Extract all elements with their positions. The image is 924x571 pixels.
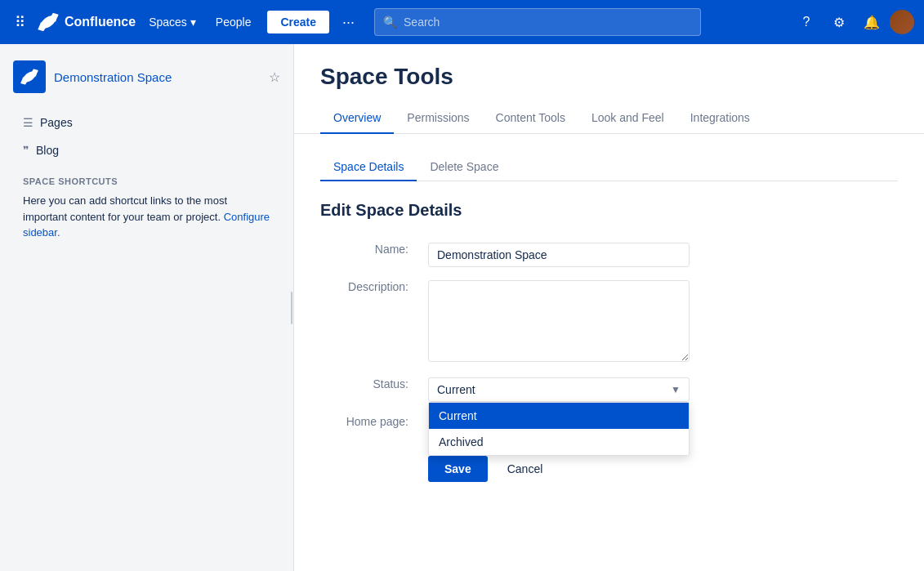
sidebar: Demonstration Space ☆ ☰ Pages ❞ Blog SPA…: [0, 44, 294, 571]
sidebar-item-blog[interactable]: ❞ Blog: [13, 137, 280, 163]
home-page-label: Home page:: [320, 408, 418, 436]
settings-button[interactable]: ⚙: [824, 7, 854, 37]
sidebar-item-pages[interactable]: ☰ Pages: [13, 109, 280, 136]
search-input[interactable]: [404, 16, 692, 29]
tab-permissions[interactable]: Permissions: [394, 103, 482, 134]
logo-text: Confluence: [65, 15, 136, 29]
topnav-right-icons: ? ⚙ 🔔: [792, 7, 914, 37]
help-icon: ?: [803, 15, 810, 29]
tab-content-tools[interactable]: Content Tools: [483, 103, 578, 134]
notifications-button[interactable]: 🔔: [857, 7, 886, 37]
subtab-delete-space[interactable]: Delete Space: [417, 154, 511, 181]
top-tabs: Overview Permissions Content Tools Look …: [294, 103, 924, 134]
help-button[interactable]: ?: [792, 7, 821, 37]
space-icon: [13, 60, 46, 93]
save-button[interactable]: Save: [428, 456, 488, 482]
favorite-star-icon[interactable]: ☆: [269, 69, 280, 85]
dropdown-chevron-icon: ▼: [671, 384, 681, 395]
content-area: Space Details Delete Space Edit Space De…: [294, 134, 924, 502]
status-dropdown[interactable]: Current ▼: [428, 377, 690, 402]
configure-sidebar-link[interactable]: Configure sidebar.: [23, 211, 270, 239]
blog-icon: ❞: [23, 144, 29, 157]
sidebar-shortcuts-text: Here you can add shortcut links to the m…: [13, 193, 280, 241]
description-label: Description:: [320, 274, 418, 371]
tab-overview[interactable]: Overview: [320, 103, 394, 134]
name-row: Name:: [320, 236, 898, 274]
sidebar-space-header: Demonstration Space ☆: [13, 60, 280, 93]
space-tools-header: Space Tools: [294, 44, 924, 90]
pages-icon: ☰: [23, 116, 33, 129]
sidebar-space-name: Demonstration Space: [54, 70, 261, 84]
description-row: Description:: [320, 274, 898, 371]
search-bar: 🔍: [374, 8, 701, 36]
more-button[interactable]: ···: [336, 9, 361, 36]
sidebar-shortcuts-heading: SPACE SHORTCUTS: [23, 176, 270, 186]
name-input[interactable]: [428, 243, 690, 267]
description-input[interactable]: [428, 280, 690, 362]
confluence-logo[interactable]: Confluence: [37, 11, 136, 33]
subtab-space-details[interactable]: Space Details: [320, 154, 417, 181]
tab-integrations[interactable]: Integrations: [677, 103, 763, 134]
name-label: Name:: [320, 236, 418, 274]
edit-form-title: Edit Space Details: [320, 201, 898, 220]
edit-form: Name: Description: Status:: [320, 236, 898, 436]
grid-icon[interactable]: ⠿: [10, 8, 30, 36]
status-selected-value: Current: [437, 383, 475, 396]
main-content: Space Tools Overview Permissions Content…: [294, 44, 924, 571]
page-title: Space Tools: [320, 64, 898, 90]
status-option-current[interactable]: Current: [429, 403, 689, 429]
search-icon: 🔍: [383, 16, 397, 29]
status-option-archived[interactable]: Archived: [429, 429, 689, 455]
status-label: Status:: [320, 371, 418, 408]
status-dropdown-list: Current Archived: [428, 402, 690, 456]
top-navigation: ⠿ Confluence Spaces ▾ People Create ··· …: [0, 0, 924, 44]
status-dropdown-wrapper: Current ▼ Current Archived: [428, 377, 690, 402]
create-button[interactable]: Create: [267, 11, 329, 33]
cancel-button[interactable]: Cancel: [494, 456, 556, 482]
user-avatar[interactable]: [890, 10, 914, 34]
sidebar-pages-label: Pages: [40, 116, 73, 129]
sidebar-resizer[interactable]: [290, 44, 293, 571]
sidebar-blog-label: Blog: [36, 144, 59, 157]
form-actions: Save Cancel: [320, 456, 898, 482]
sub-tabs: Space Details Delete Space: [320, 154, 898, 181]
bell-icon: 🔔: [864, 15, 880, 30]
spaces-menu-button[interactable]: Spaces ▾: [142, 11, 203, 33]
spaces-chevron-icon: ▾: [190, 16, 196, 29]
tab-look-and-feel[interactable]: Look and Feel: [578, 103, 677, 134]
settings-icon: ⚙: [833, 15, 845, 30]
status-row: Status: Current ▼ Current: [320, 371, 898, 408]
page-layout: Demonstration Space ☆ ☰ Pages ❞ Blog SPA…: [0, 44, 924, 571]
people-nav-button[interactable]: People: [209, 11, 258, 33]
